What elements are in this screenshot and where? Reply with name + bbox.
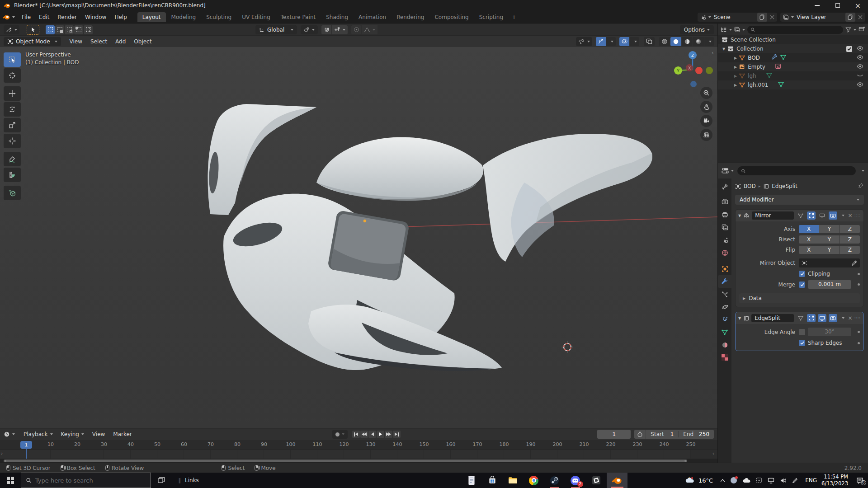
expand-arrow-icon[interactable]: ▼ (722, 47, 725, 51)
remove-view-layer-icon[interactable] (855, 13, 865, 22)
properties-tab-world-icon[interactable] (718, 246, 731, 259)
task-view-button[interactable] (151, 473, 172, 488)
hide-eye-icon[interactable] (857, 82, 863, 89)
mirror-close-icon[interactable]: × (848, 212, 852, 219)
overlays-dropdown[interactable] (630, 37, 639, 46)
view-layer-browse-icon[interactable] (780, 14, 797, 20)
select-mode-intersect-icon[interactable] (84, 25, 93, 34)
blender-menu-icon[interactable] (3, 14, 15, 21)
viewport-menu-view[interactable]: View (66, 38, 86, 46)
close-button[interactable]: × (848, 0, 868, 11)
timeline-menu-keying[interactable]: Keying (57, 430, 88, 438)
use-preview-range-icon[interactable] (634, 430, 646, 439)
end-frame-field[interactable]: End250 (679, 431, 714, 437)
properties-tab-data-icon[interactable] (718, 326, 731, 338)
mesh-data-badge-icon[interactable] (766, 73, 772, 80)
hide-eye-icon[interactable] (857, 46, 863, 52)
tool-add-cube-button[interactable] (4, 186, 21, 200)
properties-tab-tool-icon[interactable] (718, 180, 731, 193)
snap-toggle-magnet-icon[interactable] (321, 25, 331, 34)
proportional-edit-icon[interactable] (351, 25, 361, 34)
mirror-edit-mode-icon[interactable] (807, 211, 816, 220)
auto-keying-toggle[interactable] (332, 430, 348, 439)
timeline-menu-view[interactable]: View (88, 430, 109, 438)
merge-animate-dot[interactable] (858, 283, 860, 286)
sharp-edges-animate-dot[interactable] (858, 342, 860, 344)
properties-tab-particles-icon[interactable] (718, 288, 731, 300)
workspace-tab-layout[interactable]: Layout (137, 12, 166, 22)
workspace-tab-rendering[interactable]: Rendering (392, 12, 429, 22)
mirror-data-subpanel[interactable]: ▶ Data (739, 293, 860, 303)
minimize-button[interactable] (807, 0, 827, 11)
taskbar-app-store-icon[interactable] (482, 473, 503, 488)
properties-tab-physics-icon[interactable] (718, 300, 731, 313)
playhead[interactable]: 1 (20, 441, 32, 449)
mirror-realtime-icon[interactable] (818, 211, 826, 220)
collapse-arrow-icon[interactable]: ▼ (738, 316, 741, 320)
scene-browse-icon[interactable] (698, 14, 714, 20)
breadcrumb-modifier[interactable]: EdgeSplit (772, 183, 797, 189)
outliner-row-scene-collection[interactable]: Scene Collection (718, 35, 868, 44)
show-gizmo-icon[interactable] (596, 37, 606, 46)
timeline-editor-type-icon[interactable] (4, 431, 15, 437)
hide-eye-icon[interactable] (857, 55, 863, 61)
properties-tab-object-icon[interactable] (718, 263, 731, 275)
flip-x-button[interactable]: X (799, 246, 819, 254)
prev-keyframe-button[interactable] (360, 431, 368, 438)
shading-material-icon[interactable] (682, 37, 693, 46)
edgesplit-name-field[interactable]: EdgeSplit (751, 314, 794, 322)
play-button[interactable] (377, 431, 384, 438)
tool-rotate-button[interactable] (4, 102, 21, 117)
tray-onedrive-icon[interactable] (742, 478, 750, 483)
scene-name[interactable]: Scene (714, 14, 757, 20)
tray-discord-icon[interactable] (731, 477, 737, 483)
eyedropper-icon[interactable] (851, 260, 857, 266)
properties-tab-render-icon[interactable] (718, 196, 731, 208)
taskbar-search-input[interactable] (35, 477, 146, 484)
outliner-display-mode-dropdown[interactable] (721, 27, 732, 33)
mirror-name-field[interactable]: Mirror (752, 211, 794, 220)
transform-orientation-dropdown[interactable]: Global (255, 25, 297, 34)
links-toolbar-label[interactable]: Links (185, 477, 199, 483)
active-tool-dropdown[interactable] (4, 25, 19, 34)
axis-x-button[interactable]: X (799, 225, 819, 233)
properties-editor-type-icon[interactable] (722, 168, 734, 174)
breadcrumb-object[interactable]: BOD (744, 183, 756, 189)
timeline-collapse-icon[interactable]: › (1, 451, 3, 456)
properties-tab-texture-icon[interactable] (718, 351, 731, 364)
timeline-ruler[interactable]: 1020304050607080901001101201301401501601… (0, 440, 717, 450)
current-frame-field[interactable]: 1 (597, 430, 631, 439)
expand-arrow-icon[interactable]: ▶ (734, 65, 737, 69)
outliner-row-empty[interactable]: ▶ Empty (718, 62, 868, 71)
edge-angle-animate-dot[interactable] (858, 331, 860, 333)
shading-solid-icon[interactable] (670, 37, 681, 46)
merge-checkbox[interactable] (799, 282, 805, 288)
expand-arrow-icon[interactable]: ▶ (734, 74, 737, 78)
workspace-tab-compositing[interactable]: Compositing (429, 12, 473, 22)
tray-network-icon[interactable] (768, 478, 774, 483)
toggle-ortho-icon[interactable] (700, 129, 712, 141)
workspace-tab-shading[interactable]: Shading (321, 12, 353, 22)
properties-tab-scene-icon[interactable] (718, 234, 731, 246)
tray-volume-icon[interactable] (780, 478, 787, 483)
workspace-tab-sculpting[interactable]: Sculpting (201, 12, 236, 22)
menu-help[interactable]: Help (110, 13, 131, 21)
shading-rendered-icon[interactable] (693, 37, 704, 46)
hide-eye-closed-icon[interactable] (857, 73, 863, 80)
taskbar-app-blender-icon[interactable] (607, 473, 627, 488)
zoom-view-icon[interactable] (700, 87, 712, 99)
unlink-scene-icon[interactable] (767, 13, 777, 22)
tool-select-box-button[interactable] (4, 52, 21, 67)
expand-arrow-icon[interactable]: ▶ (734, 83, 737, 87)
workspace-tab-modeling[interactable]: Modeling (166, 12, 201, 22)
tray-pen-icon[interactable] (792, 478, 798, 483)
timeline-sidebar-icon[interactable]: ‹ (712, 451, 714, 456)
properties-tab-view-layer-icon[interactable] (718, 221, 731, 234)
tray-snip-icon[interactable] (756, 477, 762, 483)
pan-view-icon[interactable] (700, 101, 712, 113)
mesh-data-badge-icon[interactable] (780, 55, 786, 61)
tray-expand-icon[interactable] (720, 479, 725, 482)
taskbar-app-discord-icon[interactable]: 2 (565, 473, 586, 488)
axis-z-button[interactable]: Z (840, 225, 860, 233)
timeline-body[interactable]: 1020304050607080901001101201301401501601… (0, 440, 717, 463)
